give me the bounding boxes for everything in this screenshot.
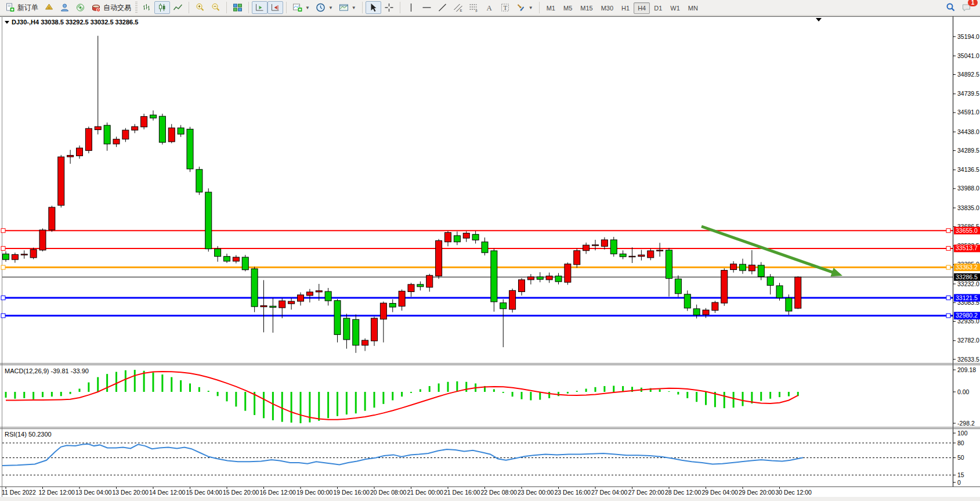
- svg-text:20 Dec 08:00: 20 Dec 08:00: [370, 489, 407, 496]
- svg-text:33988.0: 33988.0: [957, 185, 979, 192]
- svg-text:28 Dec 12:00: 28 Dec 12:00: [665, 489, 701, 496]
- svg-text:80: 80: [957, 439, 964, 446]
- svg-text:34892.5: 34892.5: [957, 71, 979, 78]
- svg-text:32980.2: 32980.2: [956, 312, 978, 319]
- collapse-chart-icon[interactable]: [5, 21, 9, 24]
- svg-text:33835.0: 33835.0: [957, 204, 979, 211]
- rsi-indicator-label: RSI(14) 50.2300: [5, 431, 52, 438]
- chart-canvas[interactable]: 35194.035041.034892.534739.534591.034438…: [0, 0, 980, 501]
- svg-text:34591.0: 34591.0: [957, 109, 979, 116]
- chart-symbol-header[interactable]: DJ30-,H4 33038.5 33292.5 33032.5 33286.5: [5, 19, 138, 26]
- svg-text:34289.5: 34289.5: [957, 147, 979, 154]
- svg-text:34136.5: 34136.5: [957, 166, 979, 173]
- svg-text:-298.2: -298.2: [957, 420, 975, 427]
- svg-text:27 Dec 20:00: 27 Dec 20:00: [628, 489, 665, 496]
- svg-text:13 Dec 20:00: 13 Dec 20:00: [113, 489, 149, 496]
- svg-text:15: 15: [957, 471, 964, 478]
- svg-text:23 Dec 00:00: 23 Dec 00:00: [518, 489, 554, 496]
- chart-symbol-text: DJ30-,H4 33038.5 33292.5 33032.5 33286.5: [12, 19, 138, 26]
- svg-text:209.18: 209.18: [957, 366, 976, 373]
- svg-text:33121.5: 33121.5: [956, 294, 978, 301]
- svg-text:35194.0: 35194.0: [957, 33, 979, 40]
- svg-text:13 Dec 04:00: 13 Dec 04:00: [75, 489, 112, 496]
- svg-text:23 Dec 16:00: 23 Dec 16:00: [555, 489, 591, 496]
- svg-text:15 Dec 04:00: 15 Dec 04:00: [186, 489, 223, 496]
- svg-text:14 Dec 12:00: 14 Dec 12:00: [149, 489, 186, 496]
- svg-text:33232.0: 33232.0: [957, 280, 979, 287]
- svg-text:32633.5: 32633.5: [957, 356, 979, 363]
- svg-text:33363.2: 33363.2: [956, 264, 978, 271]
- svg-text:16 Dec 12:00: 16 Dec 12:00: [260, 489, 296, 496]
- svg-text:100: 100: [957, 430, 968, 437]
- svg-text:34739.5: 34739.5: [957, 90, 979, 97]
- svg-text:50: 50: [957, 454, 964, 461]
- svg-text:29 Dec 20:00: 29 Dec 20:00: [739, 489, 775, 496]
- svg-text:19 Dec 00:00: 19 Dec 00:00: [296, 489, 333, 496]
- svg-text:21 Dec 16:00: 21 Dec 16:00: [444, 489, 480, 496]
- svg-text:29 Dec 04:00: 29 Dec 04:00: [702, 489, 739, 496]
- svg-text:21 Dec 00:00: 21 Dec 00:00: [407, 489, 444, 496]
- svg-text:0.00: 0.00: [957, 388, 970, 395]
- svg-text:33655.0: 33655.0: [956, 227, 978, 234]
- svg-text:34438.0: 34438.0: [957, 128, 979, 135]
- svg-text:35041.0: 35041.0: [957, 52, 979, 59]
- svg-text:12 Dec 12:00: 12 Dec 12:00: [39, 489, 75, 496]
- svg-text:27 Dec 04:00: 27 Dec 04:00: [591, 489, 628, 496]
- macd-indicator-label: MACD(12,26,9) -39.81 -33.90: [5, 367, 89, 374]
- svg-text:19 Dec 16:00: 19 Dec 16:00: [334, 489, 370, 496]
- svg-text:15 Dec 20:00: 15 Dec 20:00: [223, 489, 259, 496]
- svg-text:30 Dec 12:00: 30 Dec 12:00: [776, 489, 812, 496]
- svg-text:33513.7: 33513.7: [956, 244, 978, 251]
- svg-text:0: 0: [957, 479, 961, 486]
- svg-text:22 Dec 08:00: 22 Dec 08:00: [481, 489, 518, 496]
- svg-text:32782.0: 32782.0: [957, 337, 979, 344]
- svg-text:11 Dec 2022: 11 Dec 2022: [2, 489, 36, 496]
- svg-text:33286.5: 33286.5: [956, 273, 978, 280]
